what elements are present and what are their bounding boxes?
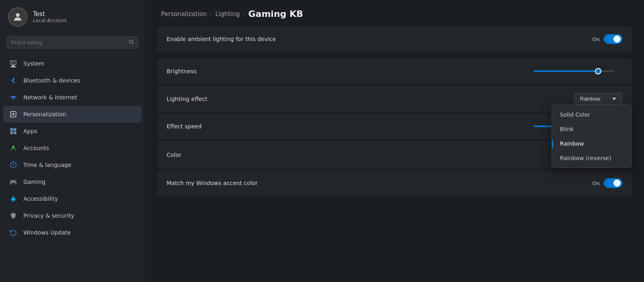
- sidebar-item-label: Time & language: [23, 162, 71, 168]
- avatar: [8, 7, 27, 27]
- effect-speed-label: Effect speed: [167, 123, 534, 130]
- personalization-icon: [9, 110, 18, 119]
- apps-icon: [9, 127, 18, 136]
- user-info: Test Local Account: [33, 10, 66, 23]
- accessibility-icon: [9, 194, 18, 203]
- sidebar-item-label: Personalization: [23, 111, 66, 117]
- nav-list: 🖥️ System Bluetooth & devices Network & …: [0, 54, 145, 282]
- ambient-lighting-row: Enable ambient lighting for this device …: [157, 26, 632, 52]
- lighting-effect-dropdown[interactable]: Rainbow: [574, 93, 622, 105]
- ambient-toggle-wrap: On: [592, 34, 622, 44]
- accent-label: Match my Windows accent color: [167, 180, 592, 186]
- dropdown-item-rainbow-reverse[interactable]: Rainbow (reverse): [552, 151, 632, 165]
- brightness-slider-thumb[interactable]: [595, 68, 601, 74]
- svg-point-9: [12, 146, 14, 148]
- search-box[interactable]: [6, 36, 138, 49]
- dropdown-item-label: Rainbow (reverse): [560, 155, 611, 161]
- toggle-thumb: [613, 35, 621, 43]
- dropdown-item-blink[interactable]: Blink: [552, 122, 632, 136]
- user-name: Test: [33, 10, 66, 18]
- svg-line-2: [132, 43, 134, 44]
- accent-toggle[interactable]: [604, 178, 622, 188]
- lighting-effect-menu: Solid Color Blink Rainbow Rainbow (rever…: [551, 105, 632, 168]
- toggle-track: [604, 34, 622, 44]
- breadcrumb-lighting[interactable]: Lighting: [215, 10, 240, 18]
- svg-point-11: [13, 196, 14, 197]
- sidebar-item-label: Apps: [23, 128, 37, 134]
- gaming-icon: 🎮: [9, 177, 18, 186]
- dropdown-item-rainbow[interactable]: Rainbow: [552, 136, 632, 151]
- sidebar-item-label: Bluetooth & devices: [23, 77, 80, 84]
- selected-indicator: [552, 140, 553, 148]
- sidebar-item-personalization[interactable]: Personalization: [3, 106, 142, 123]
- search-icon: [128, 39, 134, 46]
- accent-toggle-thumb: [613, 179, 621, 187]
- accent-toggle-track: [604, 178, 622, 188]
- sidebar-item-accessibility[interactable]: Accessibility: [3, 190, 142, 207]
- sidebar-item-system[interactable]: 🖥️ System: [3, 55, 142, 72]
- svg-point-0: [16, 13, 19, 17]
- sidebar-item-accounts[interactable]: Accounts: [3, 140, 142, 156]
- sidebar-item-label: Gaming: [23, 179, 45, 185]
- brightness-slider-fill: [534, 70, 598, 72]
- page-title: Gaming KB: [248, 9, 303, 19]
- system-icon: 🖥️: [9, 59, 18, 68]
- brightness-slider-track[interactable]: [534, 70, 614, 72]
- sidebar-item-time[interactable]: Time & language: [3, 156, 142, 173]
- breadcrumb: Personalization › Lighting › Gaming KB: [145, 0, 644, 26]
- bluetooth-icon: [9, 76, 18, 85]
- network-icon: [9, 93, 18, 102]
- accent-toggle-state: On: [592, 180, 600, 186]
- brightness-label: Brightness: [167, 68, 534, 74]
- svg-point-1: [129, 40, 132, 43]
- sidebar-item-update[interactable]: Windows Update: [3, 224, 142, 241]
- ambient-toggle-state: On: [592, 36, 600, 42]
- user-profile[interactable]: Test Local Account: [0, 0, 145, 34]
- breadcrumb-sep2: ›: [243, 11, 245, 17]
- svg-rect-8: [14, 132, 17, 134]
- sidebar-item-label: Windows Update: [23, 229, 71, 236]
- breadcrumb-sep1: ›: [210, 11, 212, 17]
- sidebar-item-label: System: [23, 60, 44, 67]
- sidebar-item-label: Accounts: [23, 145, 49, 151]
- brightness-row: Brightness: [157, 58, 632, 84]
- accounts-icon: [9, 144, 18, 152]
- lighting-effect-label: Lighting effect: [167, 96, 574, 102]
- time-icon: [9, 161, 18, 169]
- svg-rect-7: [10, 132, 13, 134]
- dropdown-item-label: Blink: [560, 126, 574, 132]
- lighting-effect-value: Rainbow: [580, 96, 601, 102]
- sidebar-item-privacy[interactable]: Privacy & security: [3, 207, 142, 224]
- color-label: Color: [167, 152, 589, 158]
- search-area: [0, 34, 145, 54]
- sidebar-item-network[interactable]: Network & internet: [3, 89, 142, 106]
- accent-toggle-wrap: On: [592, 178, 622, 188]
- sidebar-item-gaming[interactable]: 🎮 Gaming: [3, 173, 142, 190]
- dropdown-item-label: Rainbow: [560, 140, 584, 147]
- dropdown-item-solid[interactable]: Solid Color: [552, 107, 632, 122]
- search-input[interactable]: [11, 39, 125, 45]
- dropdown-item-label: Solid Color: [560, 111, 590, 118]
- brightness-slider-container: [534, 70, 622, 72]
- accent-color-row: Match my Windows accent color On: [157, 170, 632, 196]
- breadcrumb-personalization[interactable]: Personalization: [161, 10, 207, 18]
- user-subtitle: Local Account: [33, 18, 66, 23]
- ambient-toggle[interactable]: [604, 34, 622, 44]
- sidebar-item-bluetooth[interactable]: Bluetooth & devices: [3, 72, 142, 89]
- svg-rect-6: [14, 128, 17, 131]
- sidebar: Test Local Account 🖥️ System Bluetooth &…: [0, 0, 145, 282]
- update-icon: [9, 228, 18, 237]
- sidebar-item-apps[interactable]: Apps: [3, 123, 142, 140]
- ambient-label: Enable ambient lighting for this device: [167, 36, 592, 42]
- sidebar-item-label: Accessibility: [23, 196, 58, 202]
- sidebar-item-label: Privacy & security: [23, 212, 74, 219]
- chevron-down-icon: [612, 98, 616, 100]
- main-content: Personalization › Lighting › Gaming KB E…: [145, 0, 644, 282]
- sidebar-item-label: Network & internet: [23, 94, 77, 101]
- svg-point-3: [13, 99, 14, 100]
- svg-rect-5: [10, 128, 13, 131]
- privacy-icon: [9, 211, 18, 220]
